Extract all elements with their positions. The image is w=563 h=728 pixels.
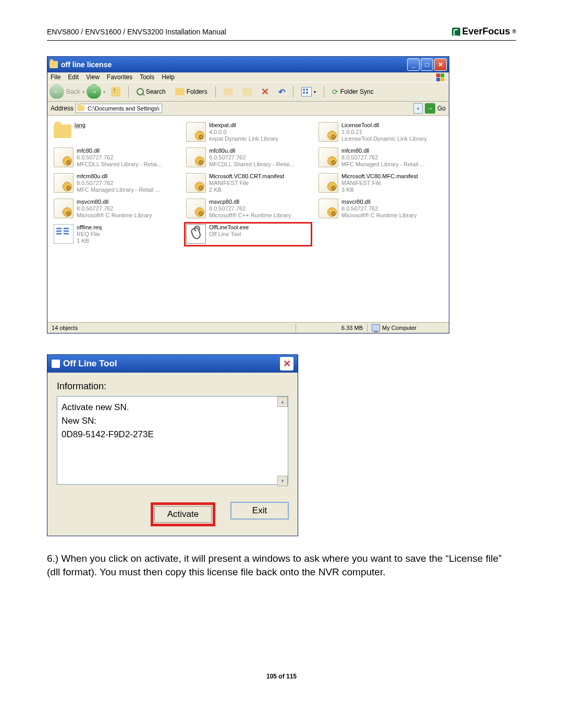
instruction-paragraph: 6.) When you click on activate, it will … <box>47 552 516 579</box>
status-bar: 14 objects 6.33 MB My Computer <box>47 322 449 333</box>
file-item[interactable]: Microsoft.VC80.MFC.manifestMANIFEST File… <box>316 171 445 195</box>
back-button[interactable]: ← <box>50 84 64 99</box>
address-dropdown[interactable]: ▾ <box>413 103 423 114</box>
dialog-close-button[interactable]: ✕ <box>280 357 293 371</box>
file-name: Microsoft.VC80.MFC.manifest <box>341 173 418 180</box>
file-detail-1: 8.0.50727.762 <box>209 154 294 161</box>
menu-file[interactable]: File <box>51 73 60 81</box>
undo-icon: ↶ <box>278 87 285 97</box>
menu-tools[interactable]: Tools <box>140 73 154 81</box>
scroll-down-button[interactable]: ▼ <box>277 476 288 486</box>
page-number: 105 of 115 <box>47 673 516 680</box>
everfocus-icon <box>452 28 460 36</box>
file-item[interactable]: msvcr80.dll8.0.50727.762Microsoft® C Run… <box>316 196 445 221</box>
file-name: mfcm80.dll <box>341 147 425 154</box>
doc-title: ENVS800 / ENVS1600 / ENVS3200 Installati… <box>47 28 226 36</box>
file-detail-1: 1.0.0.21 <box>341 129 427 135</box>
file-name: mfc80u.dll <box>209 147 294 154</box>
file-detail-2: Microsoft® C Runtime Library <box>341 212 417 219</box>
explorer-titlebar[interactable]: off line license _ □ ✕ <box>47 57 449 72</box>
activate-button[interactable]: Activate <box>154 506 212 523</box>
move-icon <box>224 88 233 95</box>
file-item[interactable]: msvcm80.dll8.0.50727.762Microsoft® C Run… <box>52 196 180 221</box>
undo-button[interactable]: ↶ <box>275 85 289 98</box>
file-item[interactable]: mfcm80.dll8.0.50727.762MFC Managed Libra… <box>316 145 445 170</box>
scroll-up-button[interactable]: ▲ <box>277 397 288 407</box>
file-pane[interactable]: langlibexpat.dll4.0.0.0expat Dynamic Lin… <box>47 116 449 322</box>
window-title: off line license <box>61 60 112 69</box>
information-textarea[interactable] <box>57 396 288 485</box>
up-button[interactable] <box>107 85 124 98</box>
file-name: offline.req <box>77 224 102 231</box>
file-name: mfc80.dll <box>77 147 162 154</box>
my-computer-icon <box>372 324 380 331</box>
address-input[interactable] <box>76 104 162 113</box>
file-item[interactable]: lang <box>52 120 180 144</box>
address-bar: Address ▾ → Go <box>47 102 449 116</box>
dll-icon <box>54 173 74 193</box>
menu-edit[interactable]: Edit <box>68 73 79 81</box>
offline-tool-dialog: Off Line Tool ✕ Information: ▲ ▼ Activat… <box>47 354 298 536</box>
maximize-button[interactable]: □ <box>421 58 433 71</box>
file-item[interactable]: Microsoft.VC80.CRT.manifestMANIFEST File… <box>184 171 312 195</box>
go-button[interactable]: → <box>425 103 435 114</box>
file-item[interactable]: OffLineTool.exeOff Line Tool <box>184 222 312 246</box>
exe-icon <box>186 224 206 244</box>
file-detail-2: Microsoft® C++ Runtime Library <box>209 212 291 219</box>
file-item[interactable]: mfc80.dll8.0.50727.762MFCDLL Shared Libr… <box>52 145 180 170</box>
file-detail-2: 3 KB <box>341 187 418 193</box>
views-button[interactable]: ▾ <box>298 85 320 98</box>
exit-button[interactable]: Exit <box>231 502 288 519</box>
dialog-titlebar[interactable]: Off Line Tool ✕ <box>47 355 298 373</box>
file-item[interactable]: LicenseTool.dll1.0.0.21LicenseTool Dynam… <box>316 120 445 144</box>
dll-icon <box>319 199 338 218</box>
move-to-button[interactable] <box>220 87 237 97</box>
explorer-window: off line license _ □ ✕ File Edit View Fa… <box>47 56 449 334</box>
status-objects: 14 objects <box>47 324 296 332</box>
address-folder-icon <box>77 105 84 111</box>
delete-icon: ✕ <box>261 86 269 97</box>
activate-highlight: Activate <box>151 502 215 526</box>
brand-text: EverFocus <box>462 26 510 37</box>
menu-view[interactable]: View <box>86 73 100 81</box>
file-name: lang <box>75 122 85 129</box>
file-item[interactable]: mfcm80u.dll8.0.50727.762MFC Managed Libr… <box>52 171 180 195</box>
file-name: mfcm80u.dll <box>77 173 160 180</box>
file-detail-1: MANIFEST File <box>209 180 284 187</box>
minimize-button[interactable]: _ <box>407 58 420 71</box>
views-icon <box>301 87 312 96</box>
close-button[interactable]: ✕ <box>434 58 447 71</box>
file-item[interactable]: mfc80u.dll8.0.50727.762MFCDLL Shared Lib… <box>184 145 312 170</box>
delete-button[interactable]: ✕ <box>258 84 273 99</box>
folder-icon <box>50 61 58 68</box>
status-size: 6.33 MB <box>296 324 368 332</box>
file-detail-1: 8.0.50727.762 <box>341 154 425 161</box>
key-icon <box>52 360 60 368</box>
file-detail-2: MFCDLL Shared Library - Retai... <box>209 161 294 168</box>
search-button[interactable]: Search <box>133 87 169 97</box>
windows-flag-icon <box>436 73 446 82</box>
file-detail-1: 8.0.50727.762 <box>77 205 152 212</box>
file-detail-2: MFC Managed Library - Retail ... <box>77 187 160 193</box>
menu-favorites[interactable]: Favorites <box>107 73 132 81</box>
file-detail-1: 8.0.50727.762 <box>341 205 417 212</box>
dll-icon <box>54 147 74 167</box>
file-detail-1: MANIFEST File <box>341 180 418 187</box>
information-label: Information: <box>57 381 288 392</box>
menu-help[interactable]: Help <box>162 73 175 81</box>
folders-button[interactable]: Folders <box>172 87 211 97</box>
file-detail-1: 8.0.50727.762 <box>209 205 291 212</box>
file-item[interactable]: offline.reqREQ File1 KB <box>52 222 180 246</box>
file-detail-2: MFCDLL Shared Library - Retai... <box>77 161 162 168</box>
file-detail-2: MFC Managed Library - Retail ... <box>341 161 425 168</box>
folder-sync-button[interactable]: ⟳Folder Sync <box>328 86 377 97</box>
forward-button[interactable]: → <box>87 84 101 99</box>
brand-logo: EverFocus® <box>452 26 516 37</box>
dll-icon <box>54 199 74 218</box>
page-header: ENVS800 / ENVS1600 / ENVS3200 Installati… <box>47 26 516 41</box>
copy-to-button[interactable] <box>239 87 255 97</box>
sync-icon: ⟳ <box>332 88 338 96</box>
file-item[interactable]: libexpat.dll4.0.0.0expat Dynamic Link Li… <box>184 120 312 144</box>
search-icon <box>137 88 144 95</box>
file-item[interactable]: msvcp80.dll8.0.50727.762Microsoft® C++ R… <box>184 196 312 221</box>
